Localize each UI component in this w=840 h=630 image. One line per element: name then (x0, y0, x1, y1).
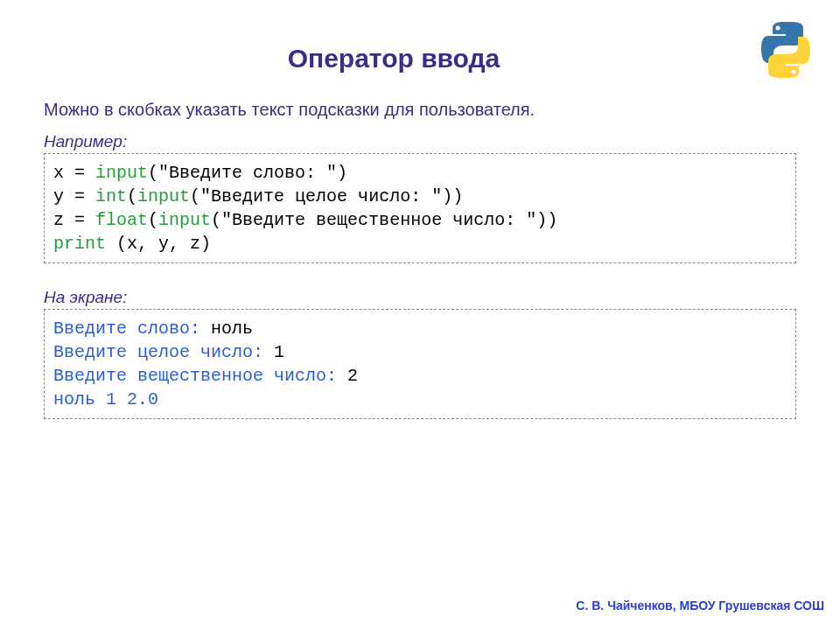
code-line: z = float(input("Введите вещественное чи… (53, 208, 787, 232)
svg-point-1 (792, 70, 796, 74)
output-box: Введите слово: ноль Введите целое число:… (44, 309, 796, 419)
content-area: Можно в скобках указать текст подсказки … (0, 100, 840, 419)
output-label: На экране: (44, 288, 796, 307)
intro-text: Можно в скобках указать текст подсказки … (44, 100, 796, 120)
code-line: x = input("Введите слово: ") (53, 161, 787, 185)
example-label: Например: (44, 132, 796, 151)
page-title: Оператор ввода (0, 0, 840, 100)
code-line: print (x, y, z) (53, 232, 787, 256)
svg-point-0 (776, 26, 780, 31)
output-line: ноль 1 2.0 (53, 388, 787, 411)
python-logo-icon (758, 19, 814, 80)
footer-credit: С. В. Чайченков, МБОУ Грушевская СОШ (576, 598, 824, 612)
output-line: Введите вещественное число: 2 (53, 364, 787, 388)
output-line: Введите целое число: 1 (53, 340, 787, 364)
code-box: x = input("Введите слово: ") y = int(inp… (44, 153, 796, 263)
code-line: y = int(input("Введите целое число: ")) (53, 185, 787, 208)
output-line: Введите слово: ноль (53, 317, 787, 340)
